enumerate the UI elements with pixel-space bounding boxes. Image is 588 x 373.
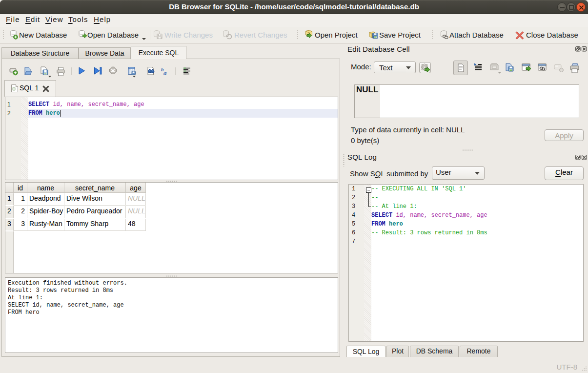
- svg-text:a: a: [163, 69, 167, 77]
